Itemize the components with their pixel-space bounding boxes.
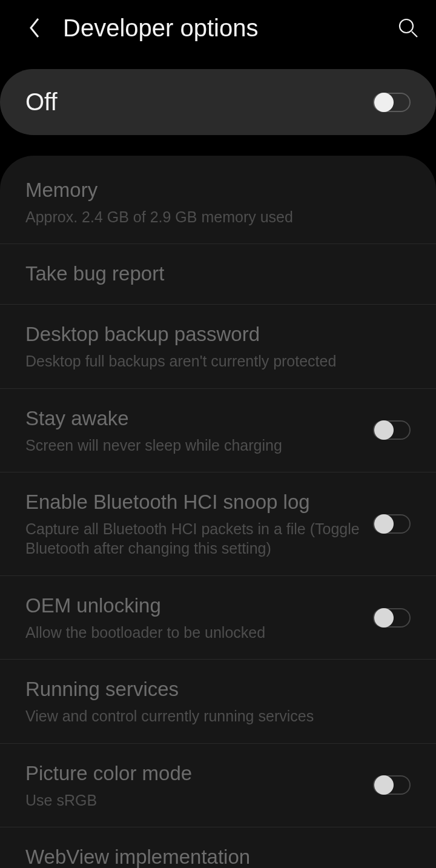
back-button[interactable]	[22, 15, 47, 41]
svg-line-1	[412, 31, 417, 37]
toggle-knob	[374, 420, 394, 440]
row-sub: Allow the bootloader to be unlocked	[25, 623, 363, 643]
row-sub: Desktop full backups aren't currently pr…	[25, 351, 401, 371]
row-webview-implementation[interactable]: WebView implementation Chrome	[0, 827, 436, 868]
search-button[interactable]	[395, 15, 421, 41]
row-sub: Use sRGB	[25, 790, 363, 810]
search-icon	[397, 17, 419, 39]
toggle-knob	[374, 775, 394, 795]
row-title: Take bug report	[25, 261, 401, 287]
master-toggle-card[interactable]: Off	[0, 69, 436, 135]
row-title: Stay awake	[25, 406, 363, 432]
row-text: Desktop backup password Desktop full bac…	[25, 322, 411, 371]
row-desktop-backup-password[interactable]: Desktop backup password Desktop full bac…	[0, 305, 436, 388]
toggle-bluetooth-hci-snoop[interactable]	[373, 514, 411, 534]
header-bar: Developer options	[0, 0, 436, 56]
row-text: Running services View and control curren…	[25, 677, 411, 726]
toggle-picture-color-mode[interactable]	[373, 775, 411, 795]
toggle-stay-awake[interactable]	[373, 420, 411, 440]
row-sub: Capture all Bluetooth HCI packets in a f…	[25, 519, 363, 558]
row-title: Picture color mode	[25, 761, 363, 787]
row-text: Stay awake Screen will never sleep while…	[25, 406, 373, 455]
row-title: WebView implementation	[25, 844, 401, 868]
row-oem-unlocking[interactable]: OEM unlocking Allow the bootloader to be…	[0, 576, 436, 660]
row-title: Desktop backup password	[25, 322, 401, 348]
row-text: Take bug report	[25, 261, 411, 287]
row-sub: Screen will never sleep while charging	[25, 436, 363, 456]
row-sub: View and control currently running servi…	[25, 706, 401, 726]
row-title: OEM unlocking	[25, 593, 363, 619]
chevron-left-icon	[28, 18, 41, 38]
row-text: Enable Bluetooth HCI snoop log Capture a…	[25, 489, 373, 558]
page-title: Developer options	[63, 15, 395, 42]
row-sub: Approx. 2.4 GB of 2.9 GB memory used	[25, 207, 401, 227]
master-toggle[interactable]	[373, 93, 411, 112]
row-title: Enable Bluetooth HCI snoop log	[25, 489, 363, 515]
settings-panel: Memory Approx. 2.4 GB of 2.9 GB memory u…	[0, 156, 436, 868]
toggle-knob	[374, 93, 394, 112]
row-text: Picture color mode Use sRGB	[25, 761, 373, 810]
row-running-services[interactable]: Running services View and control curren…	[0, 660, 436, 743]
row-title: Memory	[25, 177, 401, 204]
row-picture-color-mode[interactable]: Picture color mode Use sRGB	[0, 744, 436, 827]
row-text: Memory Approx. 2.4 GB of 2.9 GB memory u…	[25, 177, 411, 227]
toggle-knob	[374, 608, 394, 628]
master-toggle-label: Off	[25, 88, 373, 116]
row-title: Running services	[25, 677, 401, 703]
toggle-knob	[374, 514, 394, 534]
row-stay-awake[interactable]: Stay awake Screen will never sleep while…	[0, 389, 436, 472]
row-text: OEM unlocking Allow the bootloader to be…	[25, 593, 373, 642]
svg-point-0	[400, 19, 413, 33]
row-bluetooth-hci-snoop[interactable]: Enable Bluetooth HCI snoop log Capture a…	[0, 472, 436, 576]
row-memory[interactable]: Memory Approx. 2.4 GB of 2.9 GB memory u…	[0, 161, 436, 244]
row-text: WebView implementation Chrome	[25, 844, 411, 868]
row-take-bug-report[interactable]: Take bug report	[0, 244, 436, 305]
toggle-oem-unlocking[interactable]	[373, 608, 411, 628]
